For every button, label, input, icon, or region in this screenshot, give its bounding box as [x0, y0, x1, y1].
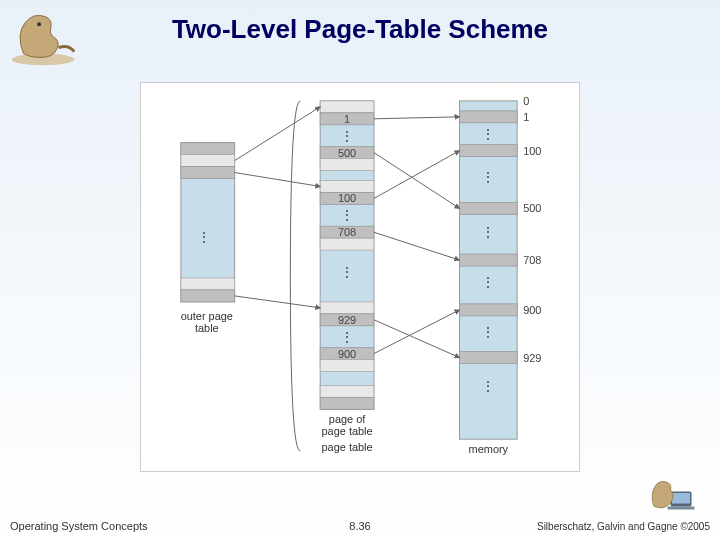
pageof-label: page ofpage table [322, 413, 373, 437]
footer-left: Operating System Concepts [10, 520, 148, 532]
svg-text:⋮: ⋮ [340, 264, 355, 280]
outer-label: outer pagetable [181, 310, 233, 334]
svg-rect-30 [320, 397, 374, 409]
mem-929: 929 [523, 352, 541, 364]
inner-100: 100 [338, 192, 356, 204]
mem-100: 100 [523, 145, 541, 157]
svg-text:⋮: ⋮ [481, 224, 496, 240]
inner-900: 900 [338, 348, 356, 360]
svg-rect-8 [181, 167, 235, 179]
svg-rect-24 [320, 302, 374, 314]
inner-500: 500 [338, 147, 356, 159]
svg-text:⋮: ⋮ [197, 229, 212, 245]
diagram: ⋮ outer pagetable 1 ⋮ 500 100 ⋮ 708 ⋮ 92… [140, 82, 580, 472]
svg-rect-42 [459, 352, 517, 364]
svg-rect-28 [320, 360, 374, 372]
title-part-a: Two-Level Pa [172, 14, 336, 44]
svg-text:⋮: ⋮ [340, 207, 355, 223]
svg-rect-38 [459, 254, 517, 266]
svg-rect-40 [459, 304, 517, 316]
mem-900: 900 [523, 304, 541, 316]
footer-copyright: Silberschatz, Galvin and Gagne ©2005 [537, 521, 710, 532]
svg-rect-17 [320, 159, 374, 171]
svg-rect-4 [668, 507, 695, 510]
title-part-c: e-Table Scheme [352, 14, 548, 44]
inner-929: 929 [338, 314, 356, 326]
svg-rect-11 [181, 290, 235, 302]
svg-text:⋮: ⋮ [481, 324, 496, 340]
svg-rect-13 [320, 101, 374, 113]
dinosaur-computer-logo-icon [644, 472, 706, 520]
svg-rect-32 [459, 111, 517, 123]
mem-0: 0 [523, 95, 529, 107]
svg-text:⋮: ⋮ [481, 126, 496, 142]
svg-text:⋮: ⋮ [481, 378, 496, 394]
svg-rect-3 [672, 493, 690, 504]
footer-page-number: 8.36 [349, 520, 370, 532]
slide-title: Two-Level Page-Table Scheme [0, 14, 720, 45]
mem-1: 1 [523, 111, 529, 123]
inner-1: 1 [344, 113, 350, 125]
mem-500: 500 [523, 202, 541, 214]
svg-rect-34 [459, 145, 517, 157]
svg-text:⋮: ⋮ [340, 329, 355, 345]
svg-text:⋮: ⋮ [481, 274, 496, 290]
pagetable-label: page table [322, 441, 373, 453]
svg-text:⋮: ⋮ [481, 169, 496, 185]
svg-rect-36 [459, 202, 517, 214]
svg-rect-6 [181, 143, 235, 155]
memory-label: memory [469, 443, 509, 455]
svg-rect-29 [320, 385, 374, 397]
inner-708: 708 [338, 226, 356, 238]
svg-rect-18 [320, 180, 374, 192]
svg-text:⋮: ⋮ [340, 128, 355, 144]
mem-708: 708 [523, 254, 541, 266]
svg-rect-7 [181, 155, 235, 167]
svg-rect-10 [181, 278, 235, 290]
svg-rect-22 [320, 238, 374, 250]
title-underline: g [336, 14, 352, 44]
